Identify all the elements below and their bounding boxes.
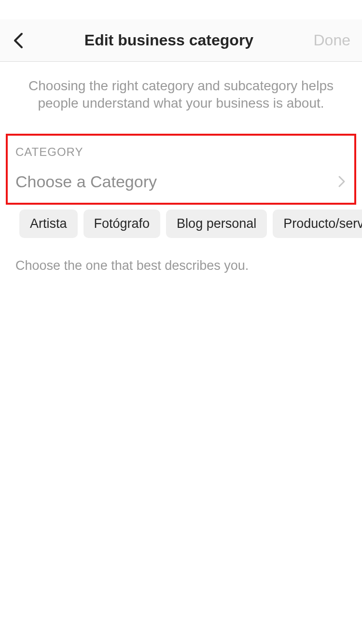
header-bar: Edit business category Done	[0, 19, 362, 62]
category-chip-producto-servicio[interactable]: Producto/serv	[273, 210, 362, 238]
category-chip-blog-personal[interactable]: Blog personal	[166, 210, 267, 238]
category-chip-fotografo[interactable]: Fotógrafo	[84, 210, 161, 238]
category-chips: Artista Fotógrafo Blog personal Producto…	[0, 205, 362, 238]
page-title: Edit business category	[31, 31, 307, 49]
choose-category-row[interactable]: Choose a Category	[15, 170, 347, 191]
category-section-label: CATEGORY	[15, 145, 347, 159]
category-placeholder: Choose a Category	[15, 172, 157, 191]
category-chip-artista[interactable]: Artista	[19, 210, 78, 238]
chevron-right-icon	[337, 175, 347, 188]
chevron-left-icon	[12, 32, 24, 49]
page-description: Choosing the right category and subcateg…	[0, 62, 362, 134]
done-button[interactable]: Done	[307, 31, 350, 49]
category-section-highlight: CATEGORY Choose a Category	[6, 134, 356, 205]
back-button[interactable]	[12, 32, 31, 49]
hint-text: Choose the one that best describes you.	[0, 238, 362, 273]
